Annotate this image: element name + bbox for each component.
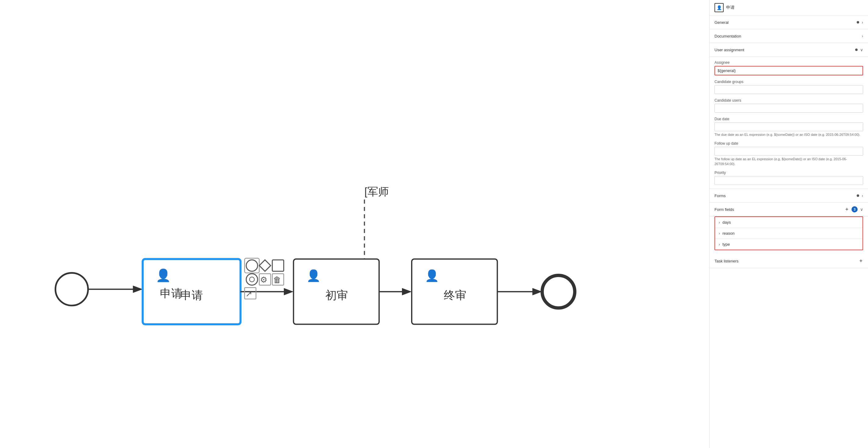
priority-label: Priority bbox=[714, 170, 863, 175]
svg-text:👤: 👤 bbox=[156, 268, 171, 283]
assignee-label: Assignee bbox=[714, 60, 863, 65]
section-general[interactable]: General › bbox=[710, 15, 868, 29]
user-assignment-content: Assignee Candidate groups Candidate user… bbox=[710, 57, 868, 189]
add-form-field-button[interactable]: + bbox=[844, 206, 849, 212]
days-chevron: › bbox=[719, 220, 720, 225]
follow-up-date-input[interactable] bbox=[714, 147, 863, 156]
forms-dot bbox=[857, 194, 859, 197]
user-assignment-label: User assignment bbox=[714, 47, 744, 52]
follow-up-date-group: Follow up date The follow up date as an … bbox=[714, 141, 863, 166]
svg-text:↗: ↗ bbox=[245, 289, 252, 298]
end-event[interactable] bbox=[542, 275, 575, 308]
due-date-label: Due date bbox=[714, 117, 863, 121]
svg-rect-8 bbox=[245, 258, 259, 273]
form-field-days[interactable]: › days bbox=[715, 217, 863, 228]
bpmn-diagram: [军师 👤 申请 申请 👤 初审 👤 终审 bbox=[0, 0, 709, 448]
right-panel: 👤 申请 General › Documentation › User assi… bbox=[709, 0, 868, 448]
task-listeners-label: Task listeners bbox=[714, 259, 739, 263]
svg-text:👤: 👤 bbox=[306, 269, 321, 283]
form-fields-label: Form fields bbox=[714, 207, 734, 212]
reason-label: reason bbox=[722, 231, 735, 235]
priority-group: Priority bbox=[714, 170, 863, 185]
documentation-label: Documentation bbox=[714, 34, 741, 38]
due-date-hint: The due date as an EL expression (e.g. $… bbox=[714, 132, 863, 137]
documentation-chevron: › bbox=[862, 34, 863, 38]
svg-rect-11 bbox=[272, 260, 283, 271]
svg-point-9 bbox=[246, 260, 257, 271]
candidate-groups-group: Candidate groups bbox=[714, 79, 863, 94]
section-user-assignment[interactable]: User assignment ∨ bbox=[710, 43, 868, 57]
reason-chevron: › bbox=[719, 231, 720, 235]
general-chevron: › bbox=[862, 20, 863, 25]
svg-marker-10 bbox=[259, 260, 271, 271]
add-task-listener-button[interactable]: + bbox=[859, 258, 863, 264]
svg-point-13 bbox=[249, 277, 254, 282]
due-date-group: Due date The due date as an EL expressio… bbox=[714, 117, 863, 137]
form-fields-chevron[interactable]: ∨ bbox=[860, 207, 863, 212]
type-label: type bbox=[722, 242, 730, 247]
type-chevron: › bbox=[719, 242, 720, 247]
canvas-area: [军师 👤 申请 申请 👤 初审 👤 终审 bbox=[0, 0, 709, 448]
section-forms[interactable]: Forms › bbox=[710, 189, 868, 203]
svg-text:🗑: 🗑 bbox=[273, 275, 281, 284]
panel-header: 👤 申请 bbox=[710, 0, 868, 15]
svg-point-12 bbox=[246, 274, 257, 285]
assignee-input[interactable] bbox=[714, 66, 863, 75]
user-assignment-dot bbox=[855, 49, 858, 51]
assignee-group: Assignee bbox=[714, 60, 863, 75]
section-task-listeners[interactable]: Task listeners + bbox=[710, 254, 868, 268]
candidate-groups-label: Candidate groups bbox=[714, 79, 863, 84]
svg-text:终审: 终审 bbox=[444, 289, 466, 301]
svg-text:初审: 初审 bbox=[326, 289, 348, 301]
svg-text:申请: 申请 bbox=[180, 289, 203, 301]
general-label: General bbox=[714, 20, 728, 25]
days-label: days bbox=[722, 220, 731, 225]
form-field-type[interactable]: › type bbox=[715, 239, 863, 250]
candidate-groups-input[interactable] bbox=[714, 85, 863, 94]
user-assignment-chevron: ∨ bbox=[860, 47, 863, 52]
follow-up-date-hint: The follow up date as an EL expression (… bbox=[714, 157, 863, 166]
general-dot bbox=[857, 21, 859, 24]
panel-task-icon: 👤 bbox=[714, 3, 724, 12]
form-field-reason[interactable]: › reason bbox=[715, 228, 863, 239]
follow-up-date-label: Follow up date bbox=[714, 141, 863, 146]
form-fields-list: › days › reason › type bbox=[714, 216, 863, 250]
svg-text:👤: 👤 bbox=[425, 269, 439, 283]
panel-task-title: 申请 bbox=[726, 5, 735, 10]
swimlane-label: [军师 bbox=[364, 186, 389, 198]
svg-text:⚙: ⚙ bbox=[260, 275, 267, 284]
priority-input[interactable] bbox=[714, 176, 863, 185]
candidate-users-group: Candidate users bbox=[714, 98, 863, 113]
candidate-users-label: Candidate users bbox=[714, 98, 863, 102]
forms-chevron: › bbox=[862, 193, 863, 198]
forms-label: Forms bbox=[714, 193, 726, 198]
section-documentation[interactable]: Documentation › bbox=[710, 29, 868, 43]
form-fields-header: Form fields + 3 ∨ bbox=[710, 203, 868, 216]
svg-text:申请: 申请 bbox=[160, 287, 183, 300]
start-event[interactable] bbox=[56, 273, 88, 306]
candidate-users-input[interactable] bbox=[714, 104, 863, 113]
form-fields-badge: 3 bbox=[851, 206, 858, 213]
due-date-input[interactable] bbox=[714, 122, 863, 131]
